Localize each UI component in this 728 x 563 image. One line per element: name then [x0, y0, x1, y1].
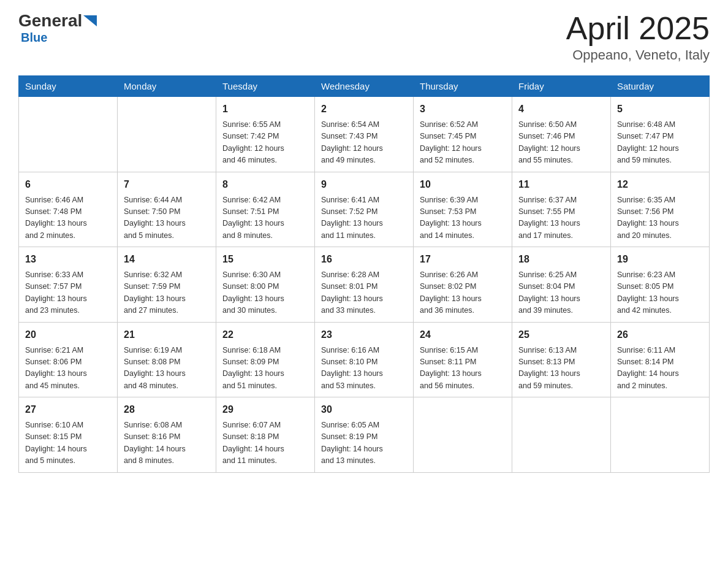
title-area: April 2025 Oppeano, Veneto, Italy	[566, 12, 710, 63]
day-number: 16	[321, 252, 407, 267]
day-info: Sunrise: 6:28 AM Sunset: 8:01 PM Dayligh…	[321, 269, 407, 317]
calendar-cell: 3Sunrise: 6:52 AM Sunset: 7:45 PM Daylig…	[414, 97, 512, 172]
day-info: Sunrise: 6:23 AM Sunset: 8:05 PM Dayligh…	[617, 269, 703, 317]
day-number: 19	[617, 252, 703, 267]
day-info: Sunrise: 6:48 AM Sunset: 7:47 PM Dayligh…	[617, 119, 703, 167]
day-number: 13	[25, 252, 111, 267]
calendar-week-row: 27Sunrise: 6:10 AM Sunset: 8:15 PM Dayli…	[19, 397, 710, 473]
weekday-header-row: SundayMondayTuesdayWednesdayThursdayFrid…	[19, 76, 710, 97]
day-number: 12	[617, 177, 703, 192]
calendar-week-row: 6Sunrise: 6:46 AM Sunset: 7:48 PM Daylig…	[19, 172, 710, 247]
calendar-cell: 11Sunrise: 6:37 AM Sunset: 7:55 PM Dayli…	[512, 172, 611, 247]
logo: General Blue	[18, 12, 97, 45]
weekday-header-sunday: Sunday	[19, 76, 118, 97]
logo-blue: Blue	[21, 31, 47, 45]
location: Oppeano, Veneto, Italy	[566, 47, 710, 63]
calendar-cell: 29Sunrise: 6:07 AM Sunset: 8:18 PM Dayli…	[216, 397, 315, 473]
calendar-cell: 20Sunrise: 6:21 AM Sunset: 8:06 PM Dayli…	[19, 322, 118, 397]
day-number: 27	[25, 402, 111, 417]
weekday-header-saturday: Saturday	[611, 76, 710, 97]
day-number: 8	[222, 177, 308, 192]
calendar-cell: 8Sunrise: 6:42 AM Sunset: 7:51 PM Daylig…	[216, 172, 315, 247]
calendar-cell: 26Sunrise: 6:11 AM Sunset: 8:14 PM Dayli…	[611, 322, 710, 397]
calendar-cell: 16Sunrise: 6:28 AM Sunset: 8:01 PM Dayli…	[315, 247, 414, 323]
day-number: 28	[124, 402, 210, 417]
weekday-header-friday: Friday	[512, 76, 611, 97]
day-number: 22	[222, 327, 308, 342]
day-info: Sunrise: 6:54 AM Sunset: 7:43 PM Dayligh…	[321, 119, 407, 167]
day-number: 9	[321, 177, 407, 192]
day-info: Sunrise: 6:52 AM Sunset: 7:45 PM Dayligh…	[420, 119, 506, 167]
day-number: 24	[420, 327, 506, 342]
calendar-cell: 15Sunrise: 6:30 AM Sunset: 8:00 PM Dayli…	[216, 247, 315, 323]
day-info: Sunrise: 6:07 AM Sunset: 8:18 PM Dayligh…	[222, 419, 308, 467]
calendar-cell: 21Sunrise: 6:19 AM Sunset: 8:08 PM Dayli…	[118, 322, 216, 397]
day-number: 4	[518, 102, 604, 117]
day-number: 10	[420, 177, 506, 192]
day-info: Sunrise: 6:42 AM Sunset: 7:51 PM Dayligh…	[222, 194, 308, 242]
day-info: Sunrise: 6:11 AM Sunset: 8:14 PM Dayligh…	[617, 345, 703, 393]
day-info: Sunrise: 6:25 AM Sunset: 8:04 PM Dayligh…	[518, 269, 604, 317]
calendar-cell: 30Sunrise: 6:05 AM Sunset: 8:19 PM Dayli…	[315, 397, 414, 473]
weekday-header-monday: Monday	[118, 76, 216, 97]
day-number: 21	[124, 327, 210, 342]
calendar-cell: 17Sunrise: 6:26 AM Sunset: 8:02 PM Dayli…	[414, 247, 512, 323]
calendar-cell: 19Sunrise: 6:23 AM Sunset: 8:05 PM Dayli…	[611, 247, 710, 323]
day-info: Sunrise: 6:26 AM Sunset: 8:02 PM Dayligh…	[420, 269, 506, 317]
calendar-cell: 5Sunrise: 6:48 AM Sunset: 7:47 PM Daylig…	[611, 97, 710, 172]
calendar-cell: 6Sunrise: 6:46 AM Sunset: 7:48 PM Daylig…	[19, 172, 118, 247]
page-header: General Blue April 2025 Oppeano, Veneto,…	[18, 12, 710, 63]
weekday-header-wednesday: Wednesday	[315, 76, 414, 97]
day-info: Sunrise: 6:18 AM Sunset: 8:09 PM Dayligh…	[222, 345, 308, 393]
day-number: 14	[124, 252, 210, 267]
calendar-cell: 25Sunrise: 6:13 AM Sunset: 8:13 PM Dayli…	[512, 322, 611, 397]
day-number: 2	[321, 102, 407, 117]
day-info: Sunrise: 6:46 AM Sunset: 7:48 PM Dayligh…	[25, 194, 111, 242]
weekday-header-tuesday: Tuesday	[216, 76, 315, 97]
day-number: 15	[222, 252, 308, 267]
day-number: 17	[420, 252, 506, 267]
calendar-cell: 9Sunrise: 6:41 AM Sunset: 7:52 PM Daylig…	[315, 172, 414, 247]
day-info: Sunrise: 6:05 AM Sunset: 8:19 PM Dayligh…	[321, 419, 407, 467]
calendar-cell: 23Sunrise: 6:16 AM Sunset: 8:10 PM Dayli…	[315, 322, 414, 397]
calendar-cell	[611, 397, 710, 473]
calendar-cell: 27Sunrise: 6:10 AM Sunset: 8:15 PM Dayli…	[19, 397, 118, 473]
calendar-cell: 1Sunrise: 6:55 AM Sunset: 7:42 PM Daylig…	[216, 97, 315, 172]
calendar-table: SundayMondayTuesdayWednesdayThursdayFrid…	[18, 75, 710, 473]
logo-general: General	[18, 12, 82, 29]
day-number: 7	[124, 177, 210, 192]
calendar-cell: 14Sunrise: 6:32 AM Sunset: 7:59 PM Dayli…	[118, 247, 216, 323]
day-number: 20	[25, 327, 111, 342]
calendar-cell: 10Sunrise: 6:39 AM Sunset: 7:53 PM Dayli…	[414, 172, 512, 247]
day-info: Sunrise: 6:50 AM Sunset: 7:46 PM Dayligh…	[518, 119, 604, 167]
day-number: 18	[518, 252, 604, 267]
calendar-week-row: 1Sunrise: 6:55 AM Sunset: 7:42 PM Daylig…	[19, 97, 710, 172]
calendar-cell: 22Sunrise: 6:18 AM Sunset: 8:09 PM Dayli…	[216, 322, 315, 397]
day-info: Sunrise: 6:08 AM Sunset: 8:16 PM Dayligh…	[124, 419, 210, 467]
day-info: Sunrise: 6:41 AM Sunset: 7:52 PM Dayligh…	[321, 194, 407, 242]
day-info: Sunrise: 6:10 AM Sunset: 8:15 PM Dayligh…	[25, 419, 111, 467]
day-info: Sunrise: 6:39 AM Sunset: 7:53 PM Dayligh…	[420, 194, 506, 242]
calendar-cell: 18Sunrise: 6:25 AM Sunset: 8:04 PM Dayli…	[512, 247, 611, 323]
weekday-header-thursday: Thursday	[414, 76, 512, 97]
calendar-cell	[512, 397, 611, 473]
day-info: Sunrise: 6:21 AM Sunset: 8:06 PM Dayligh…	[25, 345, 111, 393]
day-number: 23	[321, 327, 407, 342]
calendar-cell	[19, 97, 118, 172]
calendar-cell: 4Sunrise: 6:50 AM Sunset: 7:46 PM Daylig…	[512, 97, 611, 172]
svg-marker-0	[83, 15, 97, 26]
logo-triangle-icon	[83, 15, 97, 26]
day-number: 6	[25, 177, 111, 192]
day-number: 3	[420, 102, 506, 117]
day-info: Sunrise: 6:32 AM Sunset: 7:59 PM Dayligh…	[124, 269, 210, 317]
calendar-cell: 28Sunrise: 6:08 AM Sunset: 8:16 PM Dayli…	[118, 397, 216, 473]
day-number: 11	[518, 177, 604, 192]
calendar-cell: 7Sunrise: 6:44 AM Sunset: 7:50 PM Daylig…	[118, 172, 216, 247]
day-info: Sunrise: 6:30 AM Sunset: 8:00 PM Dayligh…	[222, 269, 308, 317]
month-title: April 2025	[566, 12, 710, 44]
day-info: Sunrise: 6:19 AM Sunset: 8:08 PM Dayligh…	[124, 345, 210, 393]
day-number: 25	[518, 327, 604, 342]
day-number: 30	[321, 402, 407, 417]
day-info: Sunrise: 6:44 AM Sunset: 7:50 PM Dayligh…	[124, 194, 210, 242]
day-number: 1	[222, 102, 308, 117]
